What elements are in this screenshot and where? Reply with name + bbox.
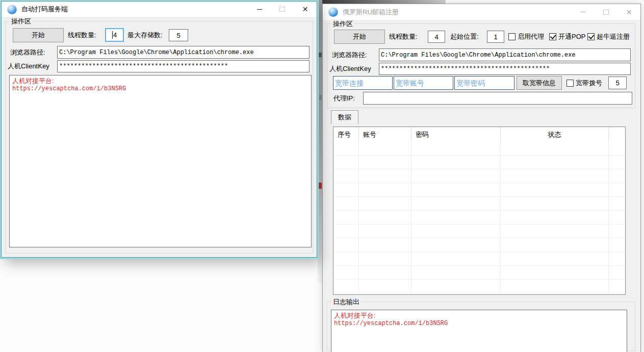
titlebar-buttons: ✕ [572, 4, 640, 20]
max-storage-input[interactable] [169, 29, 188, 41]
desktop: 自动打码服务端 ✕ 操作区 开始 线程数量: 4 最大存储数: 浏览器路径: 人… [0, 0, 644, 352]
browser-path-input[interactable] [379, 48, 631, 61]
table-body-empty [333, 142, 625, 294]
titlebar[interactable]: 自动打码服务端 ✕ [2, 2, 317, 17]
background-window-titlebar-fragment [317, 0, 446, 4]
broadband-password-input[interactable] [454, 76, 514, 90]
background-fragment-red [319, 183, 322, 189]
checkbox-label: 超牛逼注册 [597, 32, 630, 41]
dial-count-input[interactable] [608, 77, 627, 89]
data-table[interactable]: 序号 账号 密码 状态 [333, 127, 626, 295]
background-fragment [319, 95, 322, 100]
tab-data[interactable]: 数据 [331, 110, 358, 124]
window-title: 俄罗斯RU邮箱注册 [343, 8, 399, 17]
client-key-label: 人机ClientKey [329, 63, 371, 75]
minimize-icon [257, 9, 262, 10]
checkbox-super-register[interactable]: 超牛逼注册 [587, 30, 630, 44]
groupbox-label: 操作区 [10, 17, 33, 26]
minimize-button[interactable] [572, 4, 595, 20]
window-title: 自动打码服务端 [21, 5, 68, 14]
column-header-password[interactable]: 密码 [411, 127, 501, 142]
client-area: 操作区 开始 线程数量: 4 最大存储数: 浏览器路径: 人机ClientKey… [2, 17, 317, 257]
table-header-row: 序号 账号 密码 状态 [333, 127, 625, 142]
get-broadband-info-button[interactable]: 取宽带信息 [517, 76, 562, 90]
titlebar[interactable]: 俄罗斯RU邮箱注册 ✕ [323, 4, 640, 20]
proxy-ip-input[interactable] [363, 92, 632, 105]
close-button[interactable]: ✕ [617, 4, 640, 20]
log-output-area[interactable]: 人机对接平台: https://yescaptcha.com/i/b3NSRG [9, 75, 312, 247]
maximize-icon [279, 7, 285, 12]
max-storage-label: 最大存储数: [127, 28, 163, 42]
close-icon: ✕ [302, 6, 308, 13]
checkbox-icon [549, 33, 556, 40]
log-line: 人机对接平台: [12, 77, 308, 85]
groupbox-label: 日志输出 [331, 297, 361, 307]
thread-count-input[interactable] [428, 31, 445, 43]
checkbox-open-pop[interactable]: 开通POP [549, 30, 585, 44]
checkbox-label: 宽带拨号 [576, 79, 602, 88]
log-output-area[interactable]: 人机对接平台: https://yescaptcha.com/i/b3NSRG [331, 310, 627, 352]
column-header-extra[interactable] [609, 127, 625, 142]
checkbox-icon [566, 80, 574, 87]
column-header-status[interactable]: 状态 [501, 127, 609, 142]
start-position-input[interactable] [487, 31, 504, 43]
checkbox-label: 启用代理 [518, 32, 544, 41]
close-button[interactable]: ✕ [294, 2, 317, 17]
app-icon [7, 5, 17, 14]
minimize-button[interactable] [248, 2, 271, 17]
maximize-icon [603, 10, 609, 15]
background-window-sliver [318, 0, 322, 284]
checkbox-icon [587, 33, 595, 40]
window-captcha-server: 自动打码服务端 ✕ 操作区 开始 线程数量: 4 最大存储数: 浏览器路径: 人… [1, 1, 317, 258]
browser-path-label: 浏览器路径: [10, 46, 45, 59]
start-button[interactable]: 开始 [13, 28, 64, 42]
log-line: 人机对接平台: [334, 311, 624, 320]
column-header-index[interactable]: 序号 [333, 127, 359, 142]
minimize-icon [581, 12, 586, 12]
checkbox-icon [508, 33, 516, 40]
checkbox-enable-proxy[interactable]: 启用代理 [508, 30, 544, 44]
start-position-label: 起始位置: [450, 30, 479, 44]
proxy-ip-label: 代理IP: [333, 92, 355, 105]
maximize-button[interactable] [271, 2, 294, 17]
text-caret [112, 31, 113, 39]
broadband-connection-input[interactable] [333, 76, 393, 90]
background-fragment [319, 53, 322, 57]
client-key-input[interactable] [379, 63, 631, 75]
client-key-input[interactable] [57, 60, 310, 72]
thread-count-input[interactable]: 4 [105, 28, 124, 42]
thread-count-label: 线程数量: [68, 28, 96, 42]
window-ru-mail-register: 俄罗斯RU邮箱注册 ✕ 操作区 开始 线程数量: 起始位置: 启用代理 开通P [322, 4, 641, 352]
client-area: 操作区 开始 线程数量: 起始位置: 启用代理 开通POP 超牛逼注册 浏览器路… [323, 20, 640, 352]
broadband-account-input[interactable] [394, 76, 453, 90]
log-line-url: https://yescaptcha.com/i/b3NSRG [12, 85, 308, 93]
thread-count-label: 线程数量: [389, 30, 418, 44]
titlebar-buttons: ✕ [248, 2, 317, 17]
checkbox-broadband-dial[interactable]: 宽带拨号 [566, 76, 602, 90]
groupbox-label: 操作区 [331, 19, 354, 29]
tab-label: 数据 [338, 113, 351, 122]
maximize-button[interactable] [595, 4, 617, 20]
browser-path-label: 浏览器路径: [332, 48, 367, 61]
column-header-account[interactable]: 账号 [359, 127, 411, 142]
table-column-grid [333, 142, 625, 294]
close-icon: ✕ [626, 9, 632, 16]
browser-path-input[interactable] [57, 46, 310, 59]
checkbox-label: 开通POP [558, 32, 585, 41]
start-button[interactable]: 开始 [334, 30, 385, 44]
client-key-label: 人机ClientKey [8, 60, 49, 72]
log-line-url: https://yescaptcha.com/i/b3NSRG [334, 320, 624, 328]
app-icon [328, 7, 338, 17]
